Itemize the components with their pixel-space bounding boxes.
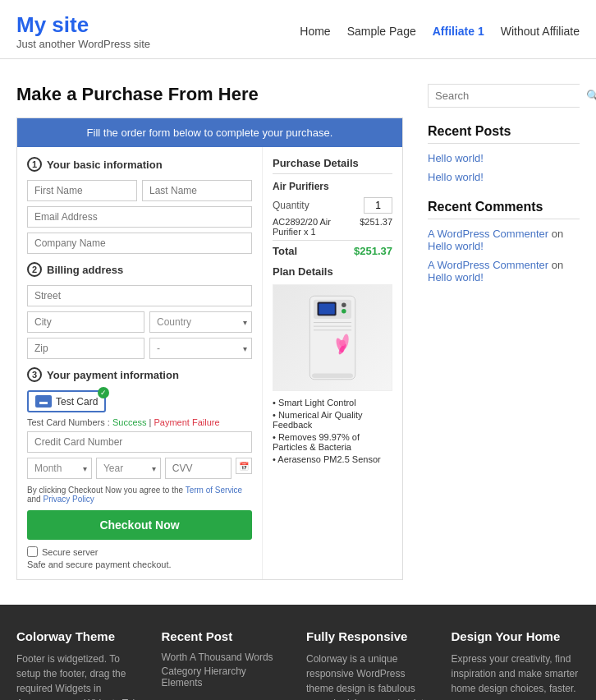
purchase-details: Purchase Details Air Purifiers Quantity … [273,157,392,464]
section2-num: 2 [27,262,42,277]
failure-link[interactable]: Payment Failure [154,417,220,427]
nav-without-affiliate[interactable]: Without Affiliate [501,25,580,38]
state-select[interactable]: - [149,338,252,359]
feature-4: Aerasenso PM2.5 Sensor [273,454,392,464]
search-input[interactable] [429,85,580,107]
footer-col2-link1[interactable]: Worth A Thousand Words [162,652,291,663]
footer-col4-text: Express your creativity, find inspiratio… [452,652,580,696]
nav-sample-page[interactable]: Sample Page [347,25,416,38]
product-price: $251.37 [360,217,392,237]
payment-card-option[interactable]: ▬ Test Card ✓ [27,390,106,412]
section1-label: Your basic information [47,159,163,171]
plan-title: Plan Details [273,265,392,278]
product-name: Air Purifiers [273,181,392,192]
section3-title: 3 Your payment information [27,367,252,382]
name-row [27,180,252,201]
cc-input[interactable] [27,431,252,453]
year-select[interactable]: Year [96,458,161,479]
footer-col2-link2[interactable]: Category Hierarchy Elements [162,665,291,688]
form-right: Purchase Details Air Purifiers Quantity … [263,147,402,579]
footer-col1-title: Colorway Theme [16,629,145,643]
page-title: Make a Purchase From Here [16,84,403,105]
cc-row [27,431,252,453]
street-input[interactable] [27,285,252,306]
month-wrapper: Month [27,458,92,479]
card-numbers-prefix: Test Card Numbers : [27,417,110,427]
success-link[interactable]: Success [112,417,147,427]
svg-point-9 [339,340,345,346]
tos-link[interactable]: Term of Service [186,486,242,495]
site-tagline: Just another WordPress site [16,38,150,50]
search-button[interactable]: 🔍 [580,85,596,107]
feature-3: Removes 99.97% of Particles & Bacteria [273,432,392,452]
site-header: My site Just another WordPress site Home… [0,0,596,59]
quantity-label: Quantity [273,200,309,211]
search-box: 🔍 [428,84,580,108]
country-select[interactable]: Country [149,311,252,333]
comment-2-author[interactable]: A WordPress Commenter [428,259,548,271]
purchase-title: Purchase Details [273,157,392,174]
month-select[interactable]: Month [27,458,92,479]
recent-post-2[interactable]: Hello world! [428,171,580,183]
footer-col1-text: Footer is widgetized. To setup the foote… [16,652,145,700]
check-badge: ✓ [98,387,109,398]
card-numbers-text: Test Card Numbers : Success | Payment Fa… [27,417,252,427]
main-nav: Home Sample Page Affiliate 1 Without Aff… [300,25,580,38]
section3-num: 3 [27,367,42,382]
quantity-row: Quantity [273,197,392,214]
section2-label: Billing address [47,264,123,276]
zip-input[interactable] [27,338,144,359]
nav-affiliate1[interactable]: Affiliate 1 [433,25,484,38]
feature-2: Numerical Air Quality Feedback [273,410,392,430]
footer-col3-text: Colorway is a unique responsive WordPres… [306,652,435,700]
calendar-icon: 📅 [236,458,252,474]
main-wrapper: Make a Purchase From Here Fill the order… [0,59,596,605]
site-name: My site [16,12,150,38]
comment-1-on: on [552,228,563,240]
company-row [27,233,252,254]
street-row [27,285,252,306]
comment-1: A WordPress Commenter on Hello world! [428,228,580,252]
recent-comments-heading: Recent Comments [428,200,580,219]
company-input[interactable] [27,233,252,254]
last-name-input[interactable] [142,180,252,201]
privacy-link[interactable]: Privacy Policy [43,495,94,504]
card-label: Test Card [56,396,98,408]
zip-row: - [27,338,252,359]
city-country-row: Country [27,311,252,333]
comment-2: A WordPress Commenter on Hello world! [428,259,580,283]
city-input[interactable] [27,311,144,333]
comment-2-post[interactable]: Hello world! [428,271,484,283]
footer-col-1: Colorway Theme Footer is widgetized. To … [16,629,145,700]
form-header-text: Fill the order form below to complete yo… [87,127,333,139]
form-header: Fill the order form below to complete yo… [17,118,402,147]
total-row: Total $251.37 [273,240,392,257]
product-code: AC2892/20 Air Purifier x 1 [273,217,360,237]
country-wrapper: Country [149,311,252,333]
purchase-form: Fill the order form below to complete yo… [16,117,403,580]
footer-col3-title: Fully Responsive [306,629,435,643]
email-input[interactable] [27,206,252,228]
section1-num: 1 [27,157,42,172]
comment-1-post[interactable]: Hello world! [428,240,484,252]
recent-post-1[interactable]: Hello world! [428,152,580,164]
first-name-input[interactable] [27,180,137,201]
expiry-cvv-row: Month Year 📅 [27,458,252,479]
quantity-input[interactable] [364,197,392,214]
product-price-row: AC2892/20 Air Purifier x 1 $251.37 [273,217,392,237]
footer-dark: Colorway Theme Footer is widgetized. To … [0,605,596,700]
comment-1-author[interactable]: A WordPress Commenter [428,228,548,240]
air-purifier-svg [296,288,369,387]
agreement-text: By clicking Checkout Now you agree to th… [27,486,252,504]
content-area: Make a Purchase From Here Fill the order… [16,84,403,580]
site-branding: My site Just another WordPress site [16,12,150,50]
footer-col4-title: Design Your Home [452,629,580,643]
total-amount: $251.37 [354,245,392,257]
form-left: 1 Your basic information [17,147,263,579]
cvv-input[interactable] [165,458,232,479]
checkout-button[interactable]: Checkout Now [27,510,252,540]
svg-point-5 [342,309,346,314]
comment-2-on: on [552,259,563,271]
secure-checkbox[interactable] [27,546,38,557]
nav-home[interactable]: Home [300,25,330,38]
